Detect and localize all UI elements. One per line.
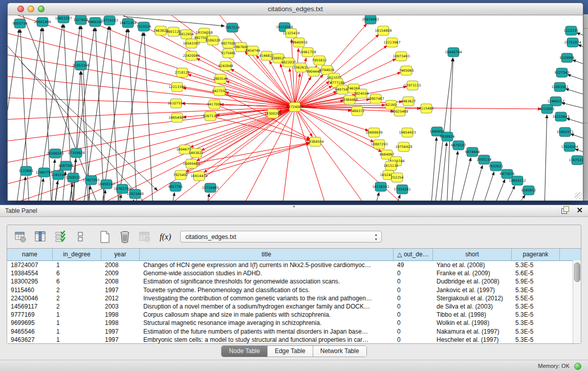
graph-edge[interactable] <box>191 143 309 164</box>
table-row[interactable]: 911546021997Tourette syndrome. Phenomeno… <box>7 286 581 294</box>
table-settings-button[interactable] <box>14 230 27 244</box>
network-canvas[interactable]: 9055714206914061065328715276026466160107… <box>8 15 583 201</box>
graph-edge[interactable] <box>206 194 209 201</box>
graph-edge[interactable] <box>40 179 43 201</box>
graph-edge[interactable] <box>131 200 134 201</box>
table-row[interactable]: 1830029562008Estimation of significance … <box>7 277 581 286</box>
table-row[interactable]: 946554611997Estimation of the future num… <box>7 327 581 336</box>
graph-edge[interactable] <box>295 107 335 201</box>
graph-edge[interactable] <box>568 75 583 86</box>
column-header-year[interactable]: year <box>101 249 140 260</box>
graph-edge[interactable] <box>562 103 583 113</box>
graph-edge[interactable] <box>565 89 583 100</box>
select-rows-button[interactable] <box>54 230 67 244</box>
table-cell[interactable]: 2 <box>53 286 101 294</box>
table-cell[interactable]: 1997 <box>101 286 140 294</box>
table-header-row[interactable]: namein_degreeyeartitle△ out_de…shortpage… <box>7 249 581 261</box>
show-column-button[interactable] <box>34 230 47 244</box>
table-cell[interactable]: 6 <box>53 269 101 277</box>
column-header-out_de[interactable]: △ out_de… <box>394 249 433 260</box>
graph-edge[interactable] <box>110 27 119 201</box>
graph-edge[interactable] <box>374 193 379 201</box>
table-cell[interactable]: 5.6E-5 <box>512 269 560 277</box>
table-cell[interactable]: 0 <box>394 327 433 336</box>
table-cell[interactable]: Embryonic stem cells: a model to study s… <box>140 336 394 343</box>
table-cell[interactable]: 14569117 <box>7 302 53 311</box>
graph-edge[interactable] <box>279 107 295 201</box>
table-cell[interactable]: Tibbo et al. (1998) <box>433 311 512 319</box>
table-cell[interactable]: 0 <box>394 269 433 277</box>
table-cell[interactable]: 5.3E-5 <box>512 319 560 327</box>
table-cell[interactable]: 5.3E-5 <box>512 336 560 343</box>
graph-edge[interactable] <box>493 180 505 201</box>
table-cell[interactable]: 0 <box>394 336 433 343</box>
table-cell[interactable]: 2008 <box>101 277 140 286</box>
table-cell[interactable]: 0 <box>394 302 433 311</box>
table-body[interactable]: 1872400712008Changes of HCN gene express… <box>7 261 581 343</box>
graph-edge[interactable] <box>199 143 309 176</box>
network-window-titlebar[interactable]: citations_edges.txt <box>8 3 583 15</box>
table-cell[interactable]: 2012 <box>101 294 140 302</box>
table-cell[interactable]: 1 <box>53 311 101 319</box>
table-cell[interactable]: 0 <box>394 277 433 286</box>
table-cell[interactable]: Jankovic et al. (1997) <box>433 286 512 294</box>
table-cell[interactable]: 6 <box>53 277 101 286</box>
tab-edge-table[interactable]: Edge Table <box>268 346 313 357</box>
memory-status-indicator[interactable] <box>574 363 581 370</box>
column-header-short[interactable]: short <box>433 249 512 260</box>
table-cell[interactable]: Stergiakouli et al. (2012) <box>433 294 512 302</box>
table-cell[interactable]: 1 <box>53 336 101 343</box>
graph-edge[interactable] <box>451 151 458 201</box>
graph-edge[interactable] <box>573 60 583 71</box>
delete-table-button[interactable] <box>118 230 132 244</box>
graph-edge[interactable] <box>171 193 175 201</box>
table-row[interactable]: 977716911998Corpus callosum shape and si… <box>7 311 581 319</box>
table-cell[interactable]: 19384554 <box>7 269 53 277</box>
table-row[interactable]: 946362711997Embryonic stem cells: a mode… <box>7 336 581 343</box>
graph-edge[interactable] <box>8 15 295 107</box>
graph-edge[interactable] <box>578 45 583 54</box>
table-cell[interactable]: 2009 <box>101 269 140 277</box>
table-cell[interactable]: 5.5E-5 <box>512 294 560 302</box>
close-panel-icon[interactable]: ✕ <box>576 206 583 214</box>
table-cell[interactable]: 2 <box>53 302 101 311</box>
table-cell[interactable]: Franke et al. (2009) <box>433 269 512 277</box>
table-cell[interactable]: 9115460 <box>7 286 53 294</box>
panel-collapse-handle[interactable]: ▴ <box>293 204 295 208</box>
table-cell[interactable]: 0 <box>394 294 433 302</box>
table-row[interactable]: 1872400712008Changes of HCN gene express… <box>7 261 581 269</box>
float-panel-icon[interactable] <box>561 206 569 214</box>
table-cell[interactable]: 9699695 <box>7 319 53 327</box>
table-cell[interactable]: Estimation of the future numbers of pati… <box>140 327 394 336</box>
table-cell[interactable]: 1 <box>53 261 101 269</box>
vertical-scrollbar[interactable] <box>573 260 581 343</box>
function-builder-button[interactable]: f(x) <box>160 232 171 242</box>
table-cell[interactable]: de Silva et al. (2003) <box>433 302 512 311</box>
table-cell[interactable]: 0 <box>394 286 433 294</box>
graph-edge[interactable] <box>295 107 438 201</box>
network-view-window[interactable]: citations_edges.txt 90557142069140610653… <box>7 3 583 201</box>
graph-edge[interactable] <box>51 160 55 201</box>
graph-edge[interactable] <box>128 29 137 201</box>
table-panel-header[interactable]: ▴ Table Panel ✕ <box>0 205 588 217</box>
table-cell[interactable]: 2 <box>53 294 101 302</box>
column-header-title[interactable]: title <box>140 249 394 260</box>
table-cell[interactable]: Genome-wide association studies in ADHD. <box>140 269 394 277</box>
table-cell[interactable]: Corpus callosum shape and size in male p… <box>140 311 394 319</box>
table-cell[interactable]: Yano et al. (2008) <box>433 261 512 269</box>
tab-node-table[interactable]: Node Table <box>222 346 268 357</box>
graph-edge[interactable] <box>431 138 437 201</box>
table-cell[interactable]: 5.3E-5 <box>512 302 560 311</box>
table-cell[interactable]: Dudbridge et al. (2008) <box>433 277 512 286</box>
table-row[interactable]: 2242004622012Investigating the contribut… <box>7 294 581 302</box>
graph-edge[interactable] <box>470 166 483 201</box>
table-cell[interactable]: 9777169 <box>7 311 53 319</box>
citation-network-graph[interactable]: 9055714206914061065328715276026466160107… <box>8 15 583 201</box>
table-cell[interactable]: Estimation of significance thresholds fo… <box>140 277 394 286</box>
scrollbar-thumb[interactable] <box>574 262 580 282</box>
table-cell[interactable]: 5.3E-5 <box>512 261 560 269</box>
table-cell[interactable]: Investigating the contribution of common… <box>140 294 394 302</box>
table-cell[interactable]: Nakamura et al. (1997) <box>433 327 512 336</box>
table-cell[interactable]: 1998 <box>101 311 140 319</box>
table-cell[interactable]: Hescheler et al. (1997) <box>433 336 512 343</box>
